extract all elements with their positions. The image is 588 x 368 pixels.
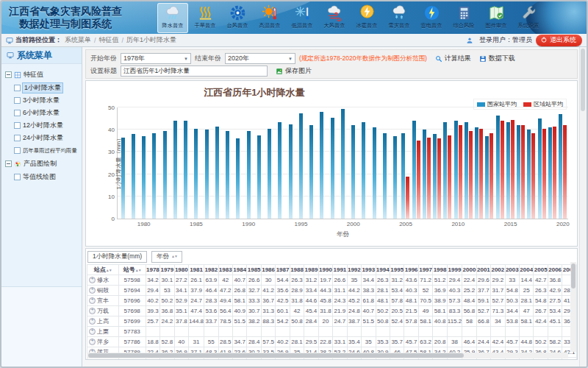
toolbar-item-5[interactable]: 低温普查 [287, 3, 318, 33]
sidebar-item-3小时降水量[interactable]: 3小时降水量 [4, 94, 79, 107]
checkbox-icon[interactable] [14, 97, 21, 104]
toolbar-item-10[interactable]: 综合风险 [448, 3, 479, 33]
checkbox-icon[interactable] [14, 122, 21, 129]
chart-title-input[interactable] [121, 66, 268, 77]
download-button[interactable]: 数据下载 [479, 54, 515, 63]
toolbar-item-1[interactable]: 降水普查 [157, 3, 188, 33]
sidebar-item-6小时降水量[interactable]: 6小时降水量 [4, 107, 79, 119]
hscroll-thumb[interactable] [88, 353, 464, 358]
breadcrumb-item[interactable]: 系统菜单 [65, 35, 91, 45]
value-cell: 50.2 [376, 306, 390, 316]
expand-icon[interactable] [89, 359, 96, 360]
col-header-year-1982[interactable]: 1982 [204, 265, 218, 275]
checkbox-icon[interactable] [14, 147, 21, 154]
expand-icon[interactable] [89, 308, 96, 314]
station-name-cell[interactable]: 铜鼓 [87, 286, 119, 296]
checkbox-icon[interactable] [14, 174, 21, 180]
expand-icon[interactable] [89, 287, 96, 294]
checkbox-icon[interactable] [14, 85, 21, 91]
col-header-year-1983[interactable]: 1983 [218, 265, 232, 275]
year-sort-chip[interactable]: 年份 ▲▼ [151, 251, 182, 263]
toolbar-item-6[interactable]: 大风普查 [319, 3, 350, 33]
value-cell [520, 327, 534, 337]
col-header-year-1994[interactable]: 1994 [376, 265, 390, 275]
sidebar-item-12小时降水量[interactable]: 12小时降水量 [4, 119, 79, 132]
sidebar-item-1小时降水量[interactable]: 1小时降水量 [4, 82, 79, 94]
col-header-year-1995[interactable]: 1995 [390, 265, 404, 275]
checkbox-icon[interactable] [14, 135, 21, 141]
bar-national-1992 [268, 129, 271, 219]
col-header-year-1990[interactable]: 1990 [318, 265, 332, 275]
col-header-year-2005[interactable]: 2005 [534, 265, 548, 275]
sidebar-item-历年暴雨过程平均雨量[interactable]: 历年暴雨过程平均雨量 [4, 144, 79, 157]
sidebar-item-24小时降水量[interactable]: 24小时降水量 [4, 132, 79, 144]
breadcrumb-item[interactable]: 历年1小时降水量 [126, 35, 176, 45]
toolbar-item-4[interactable]: 高温普查 [254, 3, 285, 33]
station-name-cell[interactable]: 萍乡 [87, 337, 119, 347]
toolbar-item-8[interactable]: 雪灾普查 [384, 3, 415, 33]
app-header: 江西省气象灾害风险普查 数据处理与制图系统 降水普查干旱普查台风普查高温普查低温… [1, 1, 587, 34]
bar-national-2003 [383, 133, 387, 219]
end-year-select[interactable]: 2020年 ▼ [225, 53, 295, 64]
col-header-year-1992[interactable]: 1992 [347, 265, 361, 275]
start-year-select[interactable]: 1978年 ▼ [121, 53, 191, 64]
col-header-year-1978[interactable]: 1978 [146, 265, 159, 275]
col-header-year-2000[interactable]: 2000 [462, 265, 476, 275]
col-header-year-1987[interactable]: 1987 [276, 265, 290, 275]
col-header-year-2003[interactable]: 2003 [505, 265, 519, 275]
tree-group-2[interactable]: 产品图绘制 [4, 157, 79, 171]
col-header-year-1991[interactable]: 1991 [333, 265, 347, 275]
col-header-year-1998[interactable]: 1998 [433, 265, 447, 275]
toolbar-item-12[interactable]: 系统设置 [513, 3, 544, 33]
col-header-year-1989[interactable]: 1989 [304, 265, 318, 275]
col-header-station[interactable]: 站点▲▼ [87, 265, 119, 275]
station-code-cell: 57598 [118, 275, 146, 286]
expand-icon[interactable] [89, 318, 96, 325]
toolbar-item-7[interactable]: 冰雹普查 [351, 3, 382, 33]
station-name-cell[interactable]: 万载 [87, 306, 119, 316]
toolbar-item-3[interactable]: 台风普查 [222, 3, 253, 33]
col-header-year-1993[interactable]: 1993 [362, 265, 376, 275]
col-header-year-1986[interactable]: 1986 [261, 265, 275, 275]
breadcrumb-item[interactable]: 特征值 [99, 35, 119, 45]
col-header-year-2004[interactable]: 2004 [520, 265, 534, 275]
tree-group-1[interactable]: 特征值 [4, 68, 79, 82]
vscroll-thumb[interactable] [571, 263, 576, 289]
expand-icon[interactable] [89, 328, 96, 335]
col-header-year-1997[interactable]: 1997 [418, 265, 432, 275]
col-header-year-1988[interactable]: 1988 [290, 265, 304, 275]
station-name-cell[interactable]: 宜丰 [87, 296, 119, 306]
col-header-year-1984[interactable]: 1984 [232, 265, 246, 275]
col-header-year-1979[interactable]: 1979 [160, 265, 174, 275]
page-scrollbar[interactable] [579, 47, 587, 367]
checkbox-icon[interactable] [14, 110, 21, 116]
table-metric-chip[interactable]: 1小时降水量(mm) [87, 251, 147, 263]
tree-toggle-icon[interactable] [5, 71, 12, 78]
save-image-button[interactable]: 保存图片 [276, 66, 312, 76]
station-name-cell[interactable]: 上高 [87, 316, 119, 327]
logout-button[interactable]: 退出系统 [536, 35, 582, 46]
col-header-year-2001[interactable]: 2001 [476, 265, 490, 275]
col-header-year-2002[interactable]: 2002 [491, 265, 505, 275]
col-header-year-2006[interactable]: 2006 [548, 265, 562, 275]
toolbar-item-2[interactable]: 干旱普查 [190, 3, 220, 33]
table-vertical-scrollbar[interactable] [570, 262, 576, 352]
expand-icon[interactable] [89, 339, 96, 345]
tree-toggle-icon[interactable] [5, 160, 12, 167]
col-header-year-1981[interactable]: 1981 [189, 265, 204, 275]
col-header-year-1996[interactable]: 1996 [404, 265, 418, 275]
toolbar-item-9[interactable]: 雷电普查 [416, 3, 447, 33]
page-scroll-thumb[interactable] [581, 49, 585, 111]
station-name-cell[interactable]: 修水 [87, 275, 119, 286]
col-header-year-1999[interactable]: 1999 [447, 265, 462, 275]
table-horizontal-scrollbar[interactable] [87, 353, 568, 358]
sidebar-item-等值线绘图[interactable]: 等值线绘图 [4, 171, 79, 183]
expand-icon[interactable] [89, 297, 96, 304]
toolbar-item-11[interactable]: 图件审查 [481, 3, 512, 33]
calculate-button[interactable]: 计算结果 [435, 54, 471, 63]
station-name-cell[interactable]: 上栗 [87, 327, 119, 337]
col-header-year-1985[interactable]: 1985 [247, 265, 261, 275]
col-header-code[interactable]: 站号▲▼ [118, 265, 146, 275]
expand-icon[interactable] [89, 277, 96, 283]
col-header-year-1980[interactable]: 1980 [174, 265, 188, 275]
